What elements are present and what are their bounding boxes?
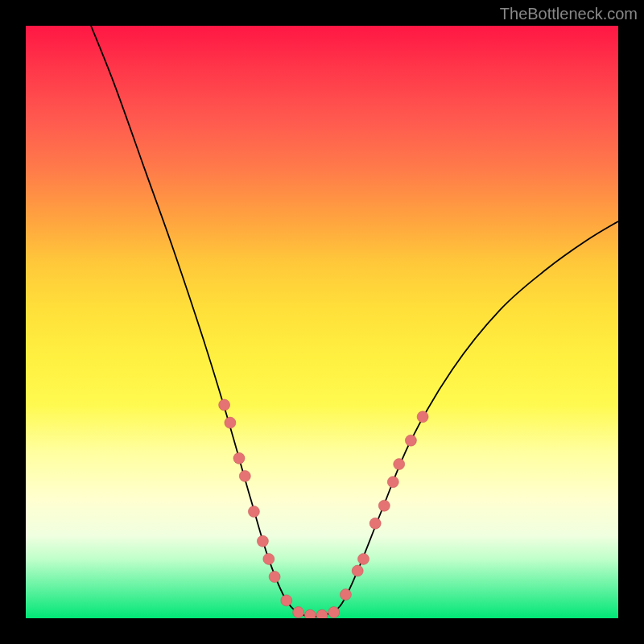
data-marker [257, 535, 268, 547]
data-marker [417, 411, 428, 423]
data-marker [394, 459, 405, 470]
chart-svg [26, 26, 618, 618]
data-marker [316, 609, 328, 618]
data-marker [328, 607, 340, 618]
bottleneck-curve [91, 26, 618, 617]
data-marker [281, 595, 292, 606]
data-marker [239, 470, 250, 481]
chart-plot-area [26, 26, 618, 618]
data-marker [387, 477, 398, 488]
data-marker [233, 452, 245, 464]
data-marker [248, 506, 259, 518]
data-marker [269, 572, 280, 583]
data-marker [293, 607, 304, 618]
data-marker [304, 609, 316, 618]
data-marker [369, 518, 381, 529]
data-marker [263, 553, 275, 564]
data-marker [358, 553, 369, 564]
data-marker [352, 565, 363, 576]
data-marker [340, 589, 351, 601]
data-marker [378, 500, 390, 511]
watermark-text: TheBottleneck.com [500, 5, 638, 23]
data-marker [219, 399, 230, 411]
data-markers-group [219, 399, 428, 618]
data-marker [225, 417, 236, 428]
data-marker [405, 435, 416, 446]
